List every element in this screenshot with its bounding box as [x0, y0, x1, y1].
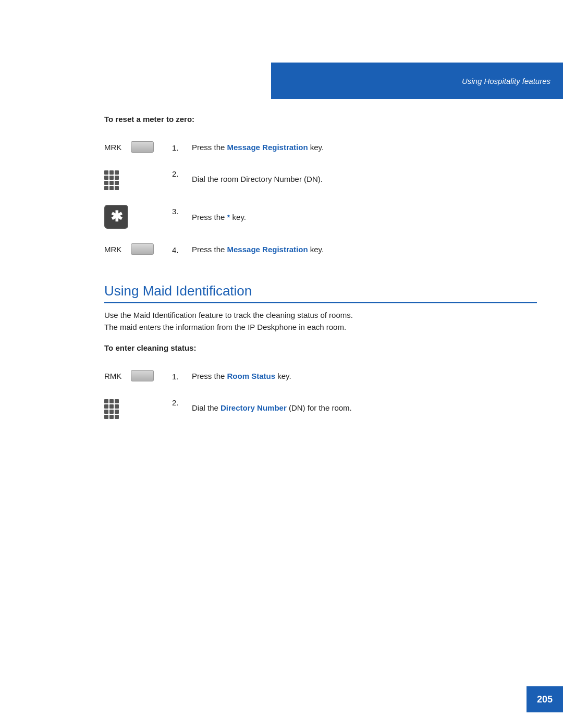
keypad-dot	[109, 181, 114, 185]
rmk-label-1: RMK	[104, 372, 121, 380]
step1-text: Press the Message Registration key.	[188, 134, 537, 160]
table-row: 2. Dial the room Directory Number (DN).	[104, 160, 537, 198]
s2-step2-text: Dial the Directory Number (DN) for the r…	[188, 389, 537, 426]
step2-number: 2.	[172, 160, 188, 198]
step4-icon-cell: MRK	[104, 236, 172, 262]
section2-title-container: Using Maid Identification	[104, 283, 537, 303]
step3-number: 3.	[172, 198, 188, 236]
step4-icon-wrapper: MRK	[104, 243, 172, 255]
s2-step2-icon-cell	[104, 389, 172, 426]
step1-icon-cell: MRK	[104, 134, 172, 160]
keypad-dot	[109, 186, 114, 190]
s2-step2-link: Directory Number	[221, 403, 287, 412]
table-row: 2. Dial the Directory Number (DN) for th…	[104, 389, 537, 426]
page-number: 205	[537, 694, 553, 705]
keypad-dot	[109, 404, 114, 409]
keypad-dot	[104, 410, 108, 414]
section2-description: Use the Maid Identification feature to t…	[104, 310, 537, 333]
keypad-dot	[104, 176, 108, 180]
keypad-dot	[115, 410, 119, 414]
section1: To reset a meter to zero: MRK 1.	[104, 115, 537, 262]
keypad-dot	[115, 399, 119, 403]
step4-number: 4.	[172, 236, 188, 262]
mrk-label-1: MRK	[104, 143, 121, 152]
table-row: MRK 1. Press the Message Registration ke…	[104, 134, 537, 160]
description-line2: The maid enters the information from the…	[104, 323, 346, 331]
section1-heading: To reset a meter to zero:	[104, 115, 537, 124]
star-key-icon: ✱	[104, 205, 128, 229]
mrk-key-button-1	[131, 141, 154, 153]
section1-steps-table: MRK 1. Press the Message Registration ke…	[104, 134, 537, 262]
step3-icon-cell: ✱	[104, 198, 172, 236]
keypad-dot	[104, 186, 108, 190]
step3-text: Press the * key.	[188, 198, 537, 236]
keypad-dot	[104, 404, 108, 409]
keypad-dot	[104, 415, 108, 419]
keypad-dot	[115, 181, 119, 185]
keypad-dot	[109, 176, 114, 180]
step1-number: 1.	[172, 134, 188, 160]
keypad-dot	[109, 170, 114, 175]
section2-title: Using Maid Identification	[104, 283, 537, 299]
keypad-icon-2	[104, 399, 119, 419]
s2-step1-icon-cell: RMK	[104, 363, 172, 389]
s2-step2-number: 2.	[172, 389, 188, 426]
keypad-icon-1	[104, 170, 119, 190]
section2-steps-table: RMK 1. Press the Room Status key.	[104, 363, 537, 426]
header-banner-text: Using Hospitality features	[462, 77, 550, 85]
table-row: ✱ 3. Press the * key.	[104, 198, 537, 236]
step2-icon-cell	[104, 160, 172, 198]
s2-step1-icon-wrapper: RMK	[104, 370, 172, 381]
keypad-dot	[104, 181, 108, 185]
s2-step1-link: Room Status	[227, 372, 276, 380]
page-container: Using Hospitality features To reset a me…	[0, 0, 563, 728]
keypad-dot	[109, 410, 114, 414]
keypad-dot	[115, 176, 119, 180]
step4-link: Message Registration	[227, 245, 308, 254]
header-banner: Using Hospitality features	[271, 63, 563, 99]
s2-step1-number: 1.	[172, 363, 188, 389]
description-line1: Use the Maid Identification feature to t…	[104, 311, 353, 319]
page-number-badge: 205	[527, 686, 563, 712]
main-content: To reset a meter to zero: MRK 1.	[104, 115, 537, 431]
table-row: MRK 4. Press the Message Registration ke…	[104, 236, 537, 262]
s2-step1-text: Press the Room Status key.	[188, 363, 537, 389]
step1-icon-wrapper: MRK	[104, 141, 172, 153]
keypad-dot	[104, 399, 108, 403]
step4-text: Press the Message Registration key.	[188, 236, 537, 262]
step2-text: Dial the room Directory Number (DN).	[188, 160, 537, 198]
keypad-dot	[115, 170, 119, 175]
table-row: RMK 1. Press the Room Status key.	[104, 363, 537, 389]
section2: Using Maid Identification Use the Maid I…	[104, 283, 537, 426]
keypad-dot	[115, 186, 119, 190]
mrk-label-4: MRK	[104, 245, 121, 254]
mrk-key-button-4	[131, 243, 154, 255]
rmk-key-button-1	[131, 370, 154, 381]
keypad-dot	[109, 399, 114, 403]
step3-link: *	[227, 213, 230, 221]
keypad-dot	[115, 404, 119, 409]
keypad-dot	[104, 170, 108, 175]
section2-heading: To enter cleaning status:	[104, 343, 537, 352]
step1-link: Message Registration	[227, 143, 308, 152]
keypad-dot	[109, 415, 114, 419]
keypad-dot	[115, 415, 119, 419]
